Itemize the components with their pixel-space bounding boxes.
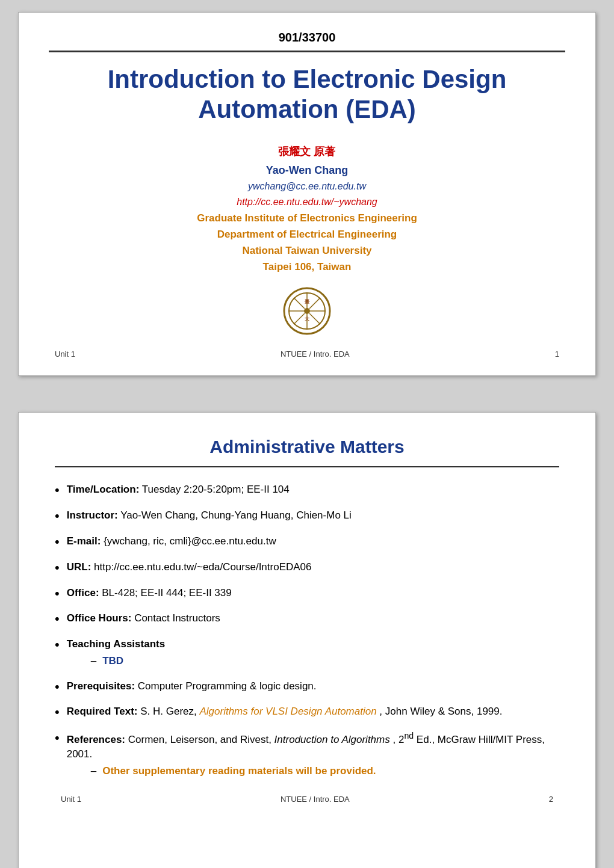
footer-right-2: 2 xyxy=(549,795,553,804)
ref-sub-note: Other supplementary reading materials wi… xyxy=(102,764,376,778)
ref-book: Introduction to Algorithms xyxy=(274,734,390,745)
slide-2: Administrative Matters Time/Location: Tu… xyxy=(18,412,596,868)
institute: Graduate Institute of Electronics Engine… xyxy=(49,210,565,226)
ta-tbd: TBD xyxy=(102,654,123,668)
slide2-title: Administrative Matters xyxy=(55,437,559,457)
time-value: Tuesday 2:20-5:20pm; EE-II 104 xyxy=(142,484,290,495)
ntu-logo-container: 臺 大 xyxy=(49,287,565,337)
author-email: ywchang@cc.ee.ntu.edu.tw xyxy=(49,179,565,194)
slide2-divider xyxy=(55,466,559,467)
list-item-ta: Teaching Assistants TBD xyxy=(55,637,559,671)
prereq-label: Prerequisites: xyxy=(67,680,135,692)
chinese-name: 張耀文 原著 xyxy=(49,143,565,161)
ntu-logo-icon: 臺 大 xyxy=(283,287,331,335)
svg-point-2 xyxy=(304,308,310,314)
ref-before: Cormen, Leiserson, and Rivest, xyxy=(128,734,274,745)
ta-sub-item: TBD xyxy=(91,654,559,668)
department: Department of Electrical Engineering xyxy=(49,226,565,242)
slide1-top-divider xyxy=(49,51,565,52)
footer-right-1: 1 xyxy=(555,349,559,359)
ref-sub-list: Other supplementary reading materials wi… xyxy=(67,764,559,778)
list-item-references: References: Cormen, Leiserson, and Rives… xyxy=(55,730,559,780)
svg-text:臺: 臺 xyxy=(305,299,309,304)
slide2-footer: Unit 1 NTUEE / Intro. EDA 2 xyxy=(55,789,559,808)
city: Taipei 106, Taiwan xyxy=(49,259,565,275)
req-text-before: S. H. Gerez, xyxy=(140,706,199,717)
footer-center-1: NTUEE / Intro. EDA xyxy=(281,349,350,359)
time-label: Time/Location: xyxy=(67,484,140,495)
admin-bullet-list: Time/Location: Tuesday 2:20-5:20pm; EE-I… xyxy=(55,482,559,780)
slide1-title: Introduction to Electronic Design Automa… xyxy=(49,64,565,125)
list-item-required-text: Required Text: S. H. Gerez, Algorithms f… xyxy=(55,704,559,722)
list-item-email: E-mail: {ywchang, ric, cmli}@cc.ee.ntu.e… xyxy=(55,534,559,552)
ta-label: Teaching Assistants xyxy=(67,638,165,650)
office-value: BL-428; EE-II 444; EE-II 339 xyxy=(102,587,231,599)
author-name: Yao-Wen Chang xyxy=(49,162,565,179)
footer-center-2: NTUEE / Intro. EDA xyxy=(281,795,350,804)
ref-label: References: xyxy=(67,734,125,745)
footer-left-1: Unit 1 xyxy=(55,349,75,359)
list-item-instructor: Instructor: Yao-Wen Chang, Chung-Yang Hu… xyxy=(55,508,559,526)
email-value: {ywchang, ric, cmli}@cc.ee.ntu.edu.tw xyxy=(104,535,276,547)
list-item-time: Time/Location: Tuesday 2:20-5:20pm; EE-I… xyxy=(55,482,559,500)
url-label: URL: xyxy=(67,561,91,573)
course-number: 901/33700 xyxy=(49,31,565,45)
footer-left-2: Unit 1 xyxy=(61,795,81,804)
ta-sub-list: TBD xyxy=(67,654,559,668)
author-url: http://cc.ee.ntu.edu.tw/~ywchang xyxy=(49,194,565,210)
req-text-after: , John Wiley & Sons, 1999. xyxy=(379,706,502,717)
req-text-book: Algorithms for VLSI Design Automation xyxy=(199,706,376,717)
email-label: E-mail: xyxy=(67,535,101,547)
prereq-value: Computer Programming & logic design. xyxy=(138,680,317,692)
instructor-label: Instructor: xyxy=(67,509,118,521)
university: National Taiwan University xyxy=(49,242,565,259)
list-item-url: URL: http://cc.ee.ntu.edu.tw/~eda/Course… xyxy=(55,560,559,577)
ref-sub-item: Other supplementary reading materials wi… xyxy=(91,764,559,778)
office-label: Office: xyxy=(67,587,99,599)
office-hours-value: Contact Instructors xyxy=(134,612,220,624)
list-item-office: Office: BL-428; EE-II 444; EE-II 339 xyxy=(55,586,559,603)
list-item-prereq: Prerequisites: Computer Programming & lo… xyxy=(55,679,559,697)
slide-1: 901/33700 Introduction to Electronic Des… xyxy=(18,12,596,376)
instructor-value: Yao-Wen Chang, Chung-Yang Huang, Chien-M… xyxy=(120,509,352,521)
svg-text:大: 大 xyxy=(304,316,310,322)
author-block: 張耀文 原著 Yao-Wen Chang ywchang@cc.ee.ntu.e… xyxy=(49,143,565,275)
list-item-office-hours: Office Hours: Contact Instructors xyxy=(55,611,559,629)
slide-gap xyxy=(0,388,614,400)
url-value: http://cc.ee.ntu.edu.tw/~eda/Course/Intr… xyxy=(94,561,311,573)
req-text-label: Required Text: xyxy=(67,706,138,717)
slide1-footer: Unit 1 NTUEE / Intro. EDA 1 xyxy=(49,343,565,363)
office-hours-label: Office Hours: xyxy=(67,612,132,624)
